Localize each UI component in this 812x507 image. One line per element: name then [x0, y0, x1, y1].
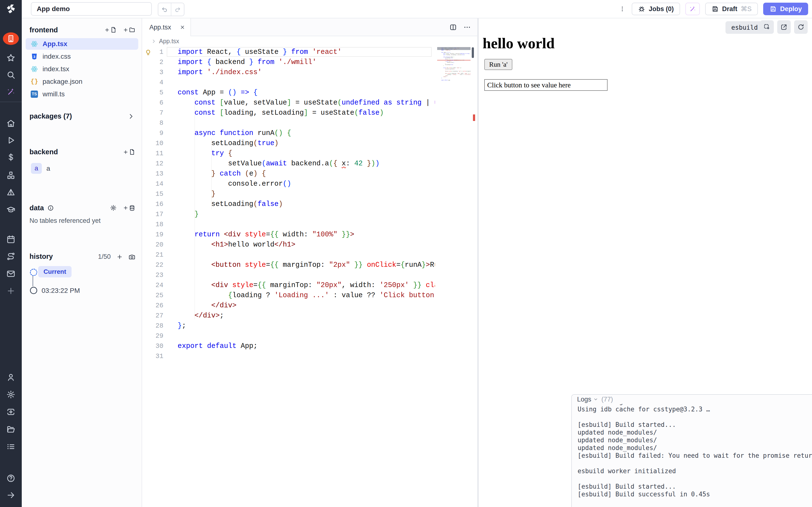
logs-output[interactable]: Initializing esbuild worker...Using idb … [577, 398, 812, 498]
data-settings-gear-icon[interactable] [110, 205, 117, 211]
close-tab-icon[interactable] [180, 24, 185, 30]
deploy-button[interactable]: Deploy [763, 3, 808, 15]
code-line-18[interactable] [142, 219, 435, 230]
code-line-5[interactable]: const App = () => { [142, 88, 435, 98]
code-line-8[interactable] [142, 118, 435, 128]
rail-item-list[interactable] [0, 440, 22, 454]
draft-button[interactable]: Draft ⌘S [705, 3, 758, 15]
add-file-button[interactable] [104, 26, 117, 33]
rail-item-star[interactable] [0, 51, 22, 65]
file-package.json[interactable]: {}package.json [26, 76, 138, 88]
history-snapshot-node[interactable] [30, 287, 37, 294]
backend-script-name[interactable]: a [46, 165, 50, 172]
minimap[interactable]: import React, { useState } from 'react'i… [437, 48, 470, 506]
code-line-27[interactable]: </div>; [142, 311, 435, 321]
undo-button[interactable] [158, 3, 171, 16]
rail-item-dollar[interactable] [0, 150, 22, 164]
rail-item-search[interactable] [0, 68, 22, 82]
code-line-6[interactable]: const [value, setValue] = useState(undef… [142, 98, 435, 108]
code-line-19[interactable]: return <div style={{ width: "100%" }}> [142, 230, 435, 240]
rail-item-magic-wand[interactable] [0, 85, 22, 99]
run-a-button[interactable]: Run 'a' [484, 59, 512, 70]
code-line-16[interactable]: setLoading(false) [142, 199, 435, 209]
history-entry-current[interactable]: Current [38, 266, 71, 277]
code-line-28[interactable]: }; [142, 321, 435, 331]
editor-scrollbar-thumb[interactable] [472, 47, 474, 58]
rail-item-gear[interactable] [0, 388, 22, 401]
code-line-21[interactable] [142, 250, 435, 260]
rail-item-home[interactable] [0, 116, 22, 130]
rail-item-calendar[interactable] [0, 232, 22, 246]
rail-item-mail[interactable] [0, 267, 22, 281]
code-line-30[interactable]: export default App; [142, 341, 435, 351]
code-line-26[interactable]: </div> [142, 300, 435, 311]
camera-icon[interactable] [129, 253, 135, 260]
code-line-1[interactable]: import React, { useState } from 'react' [142, 47, 435, 57]
file-index.css[interactable]: 3index.css [26, 51, 138, 62]
rail-item-workspace-building[interactable] [0, 32, 22, 46]
code-line-11[interactable]: try { [142, 149, 435, 159]
code-line-29[interactable] [142, 331, 435, 341]
rail-item-graduation-cap[interactable] [0, 203, 22, 217]
add-backend-script-button[interactable] [123, 149, 135, 155]
more-menu-icon[interactable] [618, 3, 626, 15]
history-current-node[interactable] [30, 269, 37, 276]
ai-wand-button[interactable] [686, 3, 700, 15]
file-wmill.ts[interactable]: TSwmill.ts [26, 89, 138, 100]
code-line-7[interactable]: const [loading, setLoading] = useState(f… [142, 108, 435, 118]
rail-item-plus[interactable] [0, 284, 22, 298]
code-line-15[interactable]: } [142, 189, 435, 199]
code-line-3[interactable]: import './index.css' [142, 67, 435, 77]
code-line-10[interactable]: setLoading(true) [142, 138, 435, 149]
refresh-button[interactable] [794, 20, 808, 34]
rail-item-pyramid[interactable] [0, 186, 22, 200]
split-view-icon[interactable] [449, 23, 457, 31]
rail-item-user[interactable] [0, 370, 22, 384]
code-line-31[interactable] [142, 351, 435, 361]
tab-app-tsx[interactable]: App.tsx [142, 18, 191, 36]
code-line-24[interactable]: <div style={{ marginTop: "20px", width: … [142, 280, 435, 290]
minimap-slider[interactable] [437, 47, 470, 50]
code-line-9[interactable]: async function runA() { [142, 128, 435, 138]
rail-item-cubes[interactable] [0, 168, 22, 182]
code-line-13[interactable]: } catch (e) { [142, 169, 435, 179]
redo-button[interactable] [171, 3, 184, 16]
packages-expand-chevron[interactable] [128, 113, 134, 120]
rail-item-worker-group[interactable] [0, 405, 22, 419]
code-line-23[interactable] [142, 270, 435, 280]
rail-item-route[interactable] [0, 249, 22, 264]
backend-script-badge[interactable]: a [31, 163, 42, 174]
windmill-logo-icon[interactable] [6, 4, 16, 14]
rail-item-arrow-right[interactable] [0, 488, 22, 502]
info-icon[interactable] [47, 205, 54, 211]
breadcrumb[interactable]: App.tsx [151, 38, 179, 45]
code-content[interactable]: import React, { useState } from 'react'i… [142, 47, 435, 507]
rail-item-help-circle[interactable] [0, 471, 22, 485]
add-database-button[interactable] [123, 205, 135, 211]
code-line-12[interactable]: setValue(await backend.a({ x: 42 })) [142, 159, 435, 169]
code-line-20[interactable]: <h1>hello world</h1> [142, 240, 435, 250]
file-index.tsx[interactable]: index.tsx [26, 63, 138, 75]
data-section-header: data [30, 204, 54, 212]
add-folder-button[interactable] [123, 26, 135, 33]
code-line-14[interactable]: console.error() [142, 179, 435, 189]
value-display-input[interactable] [484, 79, 608, 91]
editor-more-icon[interactable] [463, 23, 471, 31]
code-line-22[interactable]: <button style={{ marginTop: "2px" }} onC… [142, 260, 435, 270]
component-picker-button[interactable] [760, 20, 774, 34]
history-entry-timestamp[interactable]: 03:23:22 PM [42, 287, 80, 294]
rail-item-folder[interactable] [0, 422, 22, 436]
code-line-25[interactable]: {loading ? 'Loading ...' : value ?? 'Cli… [142, 290, 435, 300]
code-line-4[interactable] [142, 77, 435, 88]
rail-item-play[interactable] [0, 133, 22, 147]
file-App.tsx[interactable]: App.tsx [26, 38, 138, 50]
open-external-button[interactable] [777, 20, 791, 34]
log-line: [esbuild] Build failed: You need to wait… [577, 452, 812, 459]
app-name-input[interactable] [31, 2, 152, 16]
log-line [577, 413, 812, 421]
add-snapshot-plus-icon[interactable] [116, 254, 123, 260]
code-line-17[interactable]: } [142, 209, 435, 219]
code-line-2[interactable]: import { backend } from './wmill' [142, 57, 435, 67]
jobs-button[interactable]: Jobs (0) [632, 3, 680, 15]
logs-dropdown[interactable]: Logs [577, 396, 598, 403]
